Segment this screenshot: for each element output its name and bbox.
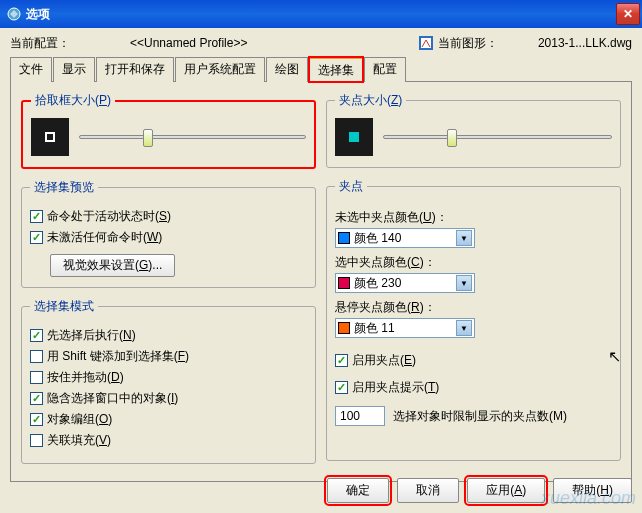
- grip-limit-input[interactable]: [335, 406, 385, 426]
- chk-enable-grips[interactable]: [335, 354, 348, 367]
- chevron-down-icon: ▼: [456, 275, 472, 291]
- gripsize-slider[interactable]: [383, 127, 612, 147]
- unsel-color-select[interactable]: 颜色 140▼: [335, 228, 475, 248]
- grips-legend: 夹点: [335, 178, 367, 195]
- drawing-icon: [418, 35, 434, 51]
- sel-color-select[interactable]: 颜色 230▼: [335, 273, 475, 293]
- chk-enable-tips[interactable]: [335, 381, 348, 394]
- chk-assoc-hatch[interactable]: [30, 434, 43, 447]
- titlebar: 选项 ✕: [0, 0, 642, 28]
- tab-display[interactable]: 显示: [53, 57, 95, 82]
- visual-effects-button[interactable]: 视觉效果设置(G)...: [50, 254, 175, 277]
- tab-opensave[interactable]: 打开和保存: [96, 57, 174, 82]
- profile-row: 当前配置： <<Unnamed Profile>> 当前图形： 2013-1..…: [10, 32, 632, 54]
- cancel-button[interactable]: 取消: [397, 478, 459, 503]
- gripsize-legend: 夹点大小(Z): [335, 92, 406, 109]
- dialog-buttons: 确定 取消 应用(A) 帮助(H): [327, 478, 632, 503]
- app-icon: [6, 6, 22, 22]
- chk-no-cmd-label: 未激活任何命令时(W): [47, 229, 162, 246]
- tab-panel: 拾取框大小(P) 选择集预览 命令处于活动状态时(S) 未激活任何命令时(W) …: [10, 82, 632, 482]
- chevron-down-icon: ▼: [456, 320, 472, 336]
- gripsize-group: 夹点大小(Z): [326, 92, 621, 168]
- window-title: 选项: [26, 6, 616, 23]
- current-config-label: 当前配置：: [10, 35, 70, 52]
- ok-button[interactable]: 确定: [327, 478, 389, 503]
- tab-selection[interactable]: 选择集: [309, 57, 363, 82]
- chk-noun-verb[interactable]: [30, 329, 43, 342]
- right-column: 夹点大小(Z) 夹点 未选中夹点颜色(U)： 颜色 140▼ 选中夹点颜色(C)…: [326, 92, 621, 471]
- chk-object-group[interactable]: [30, 413, 43, 426]
- chk-no-cmd[interactable]: [30, 231, 43, 244]
- chk-active-cmd-label: 命令处于活动状态时(S): [47, 208, 171, 225]
- preview-legend: 选择集预览: [30, 179, 98, 196]
- hover-color-label: 悬停夹点颜色(R)：: [335, 299, 612, 316]
- modes-legend: 选择集模式: [30, 298, 98, 315]
- chk-implied-window[interactable]: [30, 392, 43, 405]
- tab-file[interactable]: 文件: [10, 57, 52, 82]
- tabs: 文件 显示 打开和保存 用户系统配置 绘图 选择集 配置: [10, 56, 632, 82]
- tab-drafting[interactable]: 绘图: [266, 57, 308, 82]
- chevron-down-icon: ▼: [456, 230, 472, 246]
- content-area: 当前配置： <<Unnamed Profile>> 当前图形： 2013-1..…: [0, 28, 642, 513]
- chk-active-cmd[interactable]: [30, 210, 43, 223]
- close-button[interactable]: ✕: [616, 3, 640, 25]
- unsel-color-label: 未选中夹点颜色(U)：: [335, 209, 612, 226]
- current-drawing-label: 当前图形：: [438, 35, 498, 52]
- chk-shift-add[interactable]: [30, 350, 43, 363]
- gripsize-preview: [335, 118, 373, 156]
- tab-profile[interactable]: 配置: [364, 57, 406, 82]
- pickbox-preview: [31, 118, 69, 156]
- grips-group: 夹点 未选中夹点颜色(U)： 颜色 140▼ 选中夹点颜色(C)： 颜色 230…: [326, 178, 621, 461]
- current-drawing-value: 2013-1...LLK.dwg: [538, 36, 632, 50]
- pickbox-legend: 拾取框大小(P): [31, 92, 115, 109]
- pickbox-group: 拾取框大小(P): [21, 92, 316, 169]
- grip-limit-label: 选择对象时限制显示的夹点数(M): [393, 408, 567, 425]
- preview-group: 选择集预览 命令处于活动状态时(S) 未激活任何命令时(W) 视觉效果设置(G)…: [21, 179, 316, 288]
- sel-color-label: 选中夹点颜色(C)：: [335, 254, 612, 271]
- left-column: 拾取框大小(P) 选择集预览 命令处于活动状态时(S) 未激活任何命令时(W) …: [21, 92, 316, 471]
- current-config-value: <<Unnamed Profile>>: [130, 36, 247, 50]
- pickbox-slider[interactable]: [79, 127, 306, 147]
- hover-color-select[interactable]: 颜色 11▼: [335, 318, 475, 338]
- modes-group: 选择集模式 先选择后执行(N) 用 Shift 键添加到选择集(F) 按住并拖动…: [21, 298, 316, 464]
- help-button[interactable]: 帮助(H): [553, 478, 632, 503]
- chk-press-drag[interactable]: [30, 371, 43, 384]
- tab-prefs[interactable]: 用户系统配置: [175, 57, 265, 82]
- apply-button[interactable]: 应用(A): [467, 478, 545, 503]
